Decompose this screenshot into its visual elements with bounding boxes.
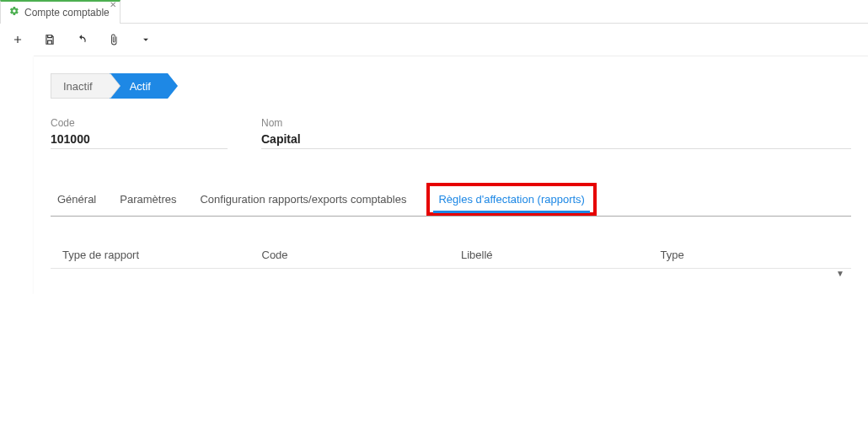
- toolbar: [0, 24, 868, 56]
- nom-label: Nom: [261, 117, 851, 129]
- nom-field: Nom Capital: [261, 117, 851, 149]
- window-tab-bar: Compte comptable ✕: [0, 0, 868, 24]
- status-inactif-label: Inactif: [63, 80, 93, 93]
- status-actif-label: Actif: [130, 80, 151, 93]
- rules-table: Type de rapport Code Libellé Type ▼: [51, 242, 851, 269]
- code-label: Code: [51, 117, 228, 129]
- close-icon[interactable]: ✕: [110, 0, 116, 9]
- window-tab[interactable]: Compte comptable ✕: [0, 0, 121, 24]
- status-inactif[interactable]: Inactif: [51, 73, 110, 99]
- col-type-rapport[interactable]: Type de rapport: [51, 249, 254, 261]
- add-button[interactable]: [12, 34, 24, 45]
- window-tab-title: Compte comptable: [24, 7, 110, 19]
- subtab-row: Général Paramètres Configuration rapport…: [51, 183, 851, 217]
- dropdown-caret-icon[interactable]: [140, 34, 152, 45]
- col-libelle[interactable]: Libellé: [453, 249, 652, 261]
- col-code[interactable]: Code: [254, 249, 453, 261]
- tab-parametres[interactable]: Paramètres: [116, 186, 179, 212]
- code-field: Code 101000: [51, 117, 228, 149]
- status-bar: Inactif Actif: [51, 73, 851, 99]
- gear-icon: [9, 6, 19, 19]
- save-icon[interactable]: [44, 34, 56, 45]
- highlight-annotation: Règles d'affectation (rapports): [426, 183, 597, 216]
- col-type[interactable]: Type: [652, 249, 852, 261]
- record-card: Inactif Actif Code 101000 Nom Capital Gé…: [34, 56, 868, 294]
- nom-value[interactable]: Capital: [261, 131, 851, 149]
- undo-icon[interactable]: [76, 34, 88, 45]
- tab-config[interactable]: Configuration rapports/exports comptable…: [196, 186, 410, 212]
- code-value[interactable]: 101000: [51, 131, 228, 149]
- tab-general[interactable]: Général: [54, 186, 99, 212]
- attach-icon[interactable]: [108, 34, 120, 45]
- chevron-down-icon[interactable]: ▼: [836, 269, 844, 278]
- table-header: Type de rapport Code Libellé Type ▼: [51, 242, 851, 269]
- tab-regles[interactable]: Règles d'affectation (rapports): [433, 190, 590, 209]
